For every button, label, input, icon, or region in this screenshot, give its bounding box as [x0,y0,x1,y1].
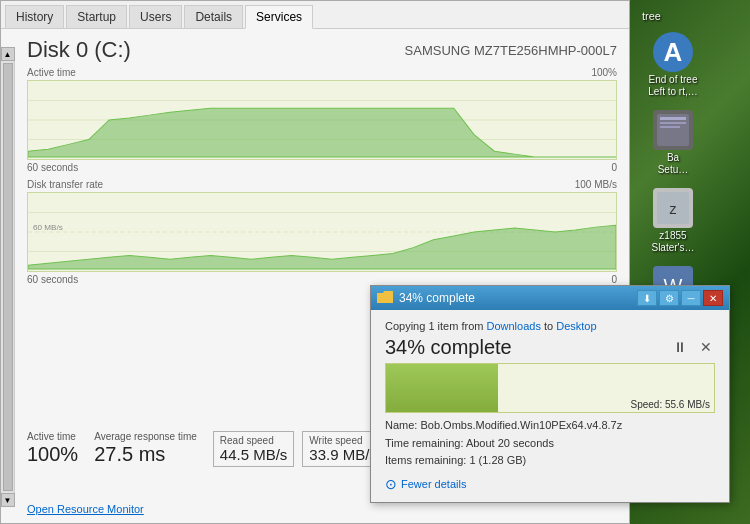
icon-a-label: End of treeLeft to rt,… [648,74,697,98]
copy-controls: ⏸ ✕ [671,338,715,356]
disk-header: Disk 0 (C:) SAMSUNG MZ7TE256HMHP-000L7 [15,29,629,67]
copy-progress-dialog: 34% complete ⬇ ⚙ ─ ✕ Copying 1 item from… [370,285,730,503]
progress-speed: Speed: 55.6 MB/s [631,399,711,410]
response-time-stat: Average response time 27.5 ms [94,431,197,466]
icon-b-label: BaSetu… [658,152,689,176]
read-speed-value: 44.5 MB/s [220,446,288,463]
chart2-label-row: Disk transfer rate 100 MB/s [27,179,617,190]
icon-b-image [653,110,693,150]
items-remaining-label: Items remaining: [385,454,466,466]
dest-link[interactable]: Desktop [556,320,596,332]
chart1-bottom-labels: 60 seconds 0 [27,162,617,173]
active-time-label: Active time [27,431,78,442]
active-time-stat: Active time 100% [27,431,78,466]
chart1-time-label: 60 seconds [27,162,78,173]
dialog-expand-button[interactable]: ⬇ [637,290,657,306]
active-time-chart-section: Active time 100% [27,67,617,173]
time-remaining-value: About 20 seconds [466,437,554,449]
scroll-down-button[interactable]: ▼ [1,493,15,507]
dialog-settings-button[interactable]: ⚙ [659,290,679,306]
response-time-value: 27.5 ms [94,442,197,466]
read-speed-label: Read speed [220,435,288,446]
chart1-zero: 0 [611,162,617,173]
copy-percent: 34% complete [385,336,512,359]
disk-title: Disk 0 (C:) [27,37,131,63]
chart2-zero: 0 [611,274,617,285]
response-time-label: Average response time [94,431,197,442]
chart2-max: 100 MB/s [575,179,617,190]
disk-model: SAMSUNG MZ7TE256HMHP-000L7 [405,43,617,58]
tab-history[interactable]: History [5,5,64,28]
chart2-time-label: 60 seconds [27,274,78,285]
fewer-details-label: Fewer details [401,478,466,490]
speed-stats-group: Read speed 44.5 MB/s Write speed 33.9 MB… [213,431,384,467]
svg-rect-10 [660,126,680,128]
copy-details: Name: Bob.Ombs.Modified.Win10PEx64.v4.8.… [385,417,715,470]
active-time-chart [27,80,617,160]
write-speed-value: 33.9 MB/s [309,446,377,463]
transfer-rate-chart-section: Disk transfer rate 100 MB/s 60 MB/s [27,179,617,285]
dialog-body: Copying 1 item from Downloads to Desktop… [371,310,729,502]
chart2-label: Disk transfer rate [27,179,103,190]
chart1-label: Active time [27,67,76,78]
dialog-titlebar: 34% complete ⬇ ⚙ ─ ✕ [371,286,729,310]
write-speed-label: Write speed [309,435,377,446]
svg-text:z: z [670,201,677,217]
time-remaining-row: Time remaining: About 20 seconds [385,435,715,453]
progress-bar-container: Speed: 55.6 MB/s [385,363,715,413]
tab-startup[interactable]: Startup [66,5,127,28]
dialog-title-area: 34% complete [377,291,475,305]
scroll-thumb[interactable] [3,63,13,491]
tab-bar: History Startup Users Details Services [1,1,629,29]
filename-label: Name: [385,419,417,431]
transfer-rate-chart: 60 MB/s [27,192,617,272]
source-link[interactable]: Downloads [487,320,541,332]
items-remaining-row: Items remaining: 1 (1.28 GB) [385,452,715,470]
dialog-window-controls: ⬇ ⚙ ─ ✕ [637,290,723,306]
read-speed-stat: Read speed 44.5 MB/s [213,431,295,467]
scroll-up-button[interactable]: ▲ [1,47,15,61]
icon-a-image: A [653,32,693,72]
time-remaining-label: Time remaining: [385,437,463,449]
scrollbar-left[interactable]: ▲ ▼ [1,47,15,507]
desktop-icon-a[interactable]: A End of treeLeft to rt,… [638,28,708,102]
tab-details[interactable]: Details [184,5,243,28]
chart1-max: 100% [591,67,617,78]
dialog-minimize-button[interactable]: ─ [681,290,701,306]
desktop-icon-z[interactable]: z z1855Slater's… [638,184,708,258]
progress-fill [386,364,498,412]
folder-icon [377,291,393,305]
svg-text:60 MB/s: 60 MB/s [33,223,63,232]
fewer-details-arrow-icon: ⊙ [385,476,397,492]
filename-value: Bob.Ombs.Modified.Win10PEx64.v4.8.7z [420,419,622,431]
stop-button[interactable]: ✕ [697,338,715,356]
icon-z-image: z [653,188,693,228]
chart1-label-row: Active time 100% [27,67,617,78]
dialog-title-text: 34% complete [399,291,475,305]
desktop-icon-b[interactable]: BaSetu… [638,106,708,180]
items-remaining-value: 1 (1.28 GB) [469,454,526,466]
icon-z-label: z1855Slater's… [651,230,694,254]
desktop-label-tree: tree [638,8,742,24]
dialog-close-button[interactable]: ✕ [703,290,723,306]
filename-row: Name: Bob.Ombs.Modified.Win10PEx64.v4.8.… [385,417,715,435]
copy-info-text: Copying 1 item from Downloads to Desktop [385,320,715,332]
chart2-bottom-labels: 60 seconds 0 [27,274,617,285]
fewer-details-toggle[interactable]: ⊙ Fewer details [385,476,715,492]
tab-services[interactable]: Services [245,5,313,29]
percent-row: 34% complete ⏸ ✕ [385,336,715,363]
active-time-value: 100% [27,442,78,466]
svg-rect-8 [660,117,686,120]
pause-button[interactable]: ⏸ [671,338,689,356]
tab-users[interactable]: Users [129,5,182,28]
svg-rect-9 [660,122,686,124]
